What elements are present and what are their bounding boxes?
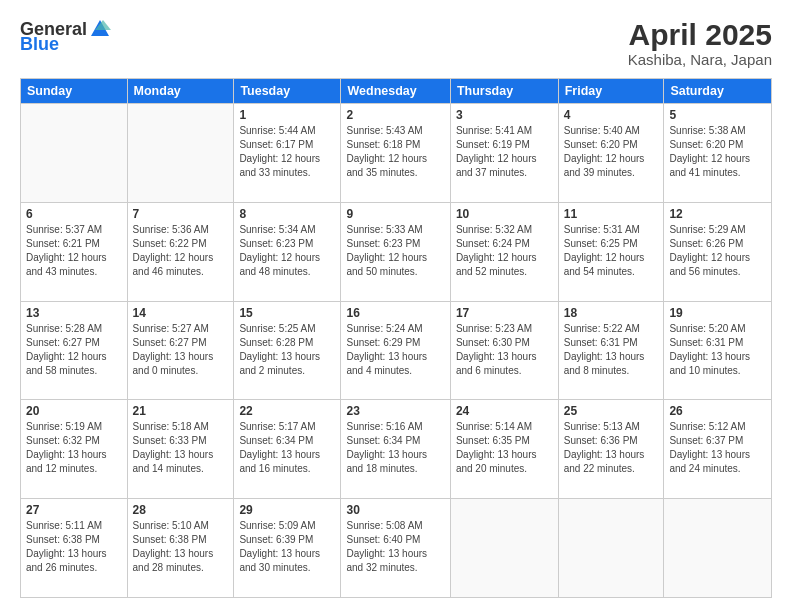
day-info: Sunrise: 5:37 AM Sunset: 6:21 PM Dayligh…	[26, 223, 122, 279]
calendar-cell: 17Sunrise: 5:23 AM Sunset: 6:30 PM Dayli…	[450, 301, 558, 400]
day-info: Sunrise: 5:13 AM Sunset: 6:36 PM Dayligh…	[564, 420, 659, 476]
day-info: Sunrise: 5:18 AM Sunset: 6:33 PM Dayligh…	[133, 420, 229, 476]
calendar-cell: 12Sunrise: 5:29 AM Sunset: 6:26 PM Dayli…	[664, 202, 772, 301]
calendar: Sunday Monday Tuesday Wednesday Thursday…	[20, 78, 772, 598]
day-info: Sunrise: 5:16 AM Sunset: 6:34 PM Dayligh…	[346, 420, 444, 476]
day-number: 20	[26, 404, 122, 418]
day-info: Sunrise: 5:28 AM Sunset: 6:27 PM Dayligh…	[26, 322, 122, 378]
calendar-cell: 3Sunrise: 5:41 AM Sunset: 6:19 PM Daylig…	[450, 104, 558, 203]
calendar-cell: 25Sunrise: 5:13 AM Sunset: 6:36 PM Dayli…	[558, 400, 664, 499]
calendar-cell: 6Sunrise: 5:37 AM Sunset: 6:21 PM Daylig…	[21, 202, 128, 301]
day-number: 17	[456, 306, 553, 320]
calendar-cell: 5Sunrise: 5:38 AM Sunset: 6:20 PM Daylig…	[664, 104, 772, 203]
calendar-cell: 21Sunrise: 5:18 AM Sunset: 6:33 PM Dayli…	[127, 400, 234, 499]
calendar-week-1: 1Sunrise: 5:44 AM Sunset: 6:17 PM Daylig…	[21, 104, 772, 203]
calendar-cell	[127, 104, 234, 203]
calendar-cell: 7Sunrise: 5:36 AM Sunset: 6:22 PM Daylig…	[127, 202, 234, 301]
calendar-cell: 8Sunrise: 5:34 AM Sunset: 6:23 PM Daylig…	[234, 202, 341, 301]
day-info: Sunrise: 5:27 AM Sunset: 6:27 PM Dayligh…	[133, 322, 229, 378]
weekday-header-row: Sunday Monday Tuesday Wednesday Thursday…	[21, 79, 772, 104]
calendar-week-5: 27Sunrise: 5:11 AM Sunset: 6:38 PM Dayli…	[21, 499, 772, 598]
header-friday: Friday	[558, 79, 664, 104]
day-info: Sunrise: 5:33 AM Sunset: 6:23 PM Dayligh…	[346, 223, 444, 279]
day-number: 14	[133, 306, 229, 320]
calendar-cell: 28Sunrise: 5:10 AM Sunset: 6:38 PM Dayli…	[127, 499, 234, 598]
calendar-cell	[558, 499, 664, 598]
day-number: 19	[669, 306, 766, 320]
day-number: 11	[564, 207, 659, 221]
day-info: Sunrise: 5:23 AM Sunset: 6:30 PM Dayligh…	[456, 322, 553, 378]
day-number: 2	[346, 108, 444, 122]
day-info: Sunrise: 5:12 AM Sunset: 6:37 PM Dayligh…	[669, 420, 766, 476]
day-number: 16	[346, 306, 444, 320]
calendar-cell: 13Sunrise: 5:28 AM Sunset: 6:27 PM Dayli…	[21, 301, 128, 400]
day-number: 30	[346, 503, 444, 517]
day-info: Sunrise: 5:20 AM Sunset: 6:31 PM Dayligh…	[669, 322, 766, 378]
day-info: Sunrise: 5:44 AM Sunset: 6:17 PM Dayligh…	[239, 124, 335, 180]
day-number: 18	[564, 306, 659, 320]
main-title: April 2025	[628, 18, 772, 51]
day-info: Sunrise: 5:22 AM Sunset: 6:31 PM Dayligh…	[564, 322, 659, 378]
day-number: 15	[239, 306, 335, 320]
day-number: 29	[239, 503, 335, 517]
page: General Blue April 2025 Kashiba, Nara, J…	[0, 0, 792, 612]
header-wednesday: Wednesday	[341, 79, 450, 104]
calendar-cell: 1Sunrise: 5:44 AM Sunset: 6:17 PM Daylig…	[234, 104, 341, 203]
day-number: 24	[456, 404, 553, 418]
logo-blue: Blue	[20, 34, 59, 55]
day-number: 22	[239, 404, 335, 418]
day-number: 12	[669, 207, 766, 221]
calendar-week-2: 6Sunrise: 5:37 AM Sunset: 6:21 PM Daylig…	[21, 202, 772, 301]
calendar-cell: 4Sunrise: 5:40 AM Sunset: 6:20 PM Daylig…	[558, 104, 664, 203]
calendar-cell: 19Sunrise: 5:20 AM Sunset: 6:31 PM Dayli…	[664, 301, 772, 400]
day-info: Sunrise: 5:24 AM Sunset: 6:29 PM Dayligh…	[346, 322, 444, 378]
day-number: 27	[26, 503, 122, 517]
day-number: 7	[133, 207, 229, 221]
day-number: 9	[346, 207, 444, 221]
title-block: April 2025 Kashiba, Nara, Japan	[628, 18, 772, 68]
calendar-cell: 11Sunrise: 5:31 AM Sunset: 6:25 PM Dayli…	[558, 202, 664, 301]
calendar-week-3: 13Sunrise: 5:28 AM Sunset: 6:27 PM Dayli…	[21, 301, 772, 400]
day-info: Sunrise: 5:10 AM Sunset: 6:38 PM Dayligh…	[133, 519, 229, 575]
day-number: 8	[239, 207, 335, 221]
day-number: 4	[564, 108, 659, 122]
calendar-cell: 29Sunrise: 5:09 AM Sunset: 6:39 PM Dayli…	[234, 499, 341, 598]
day-info: Sunrise: 5:43 AM Sunset: 6:18 PM Dayligh…	[346, 124, 444, 180]
header-monday: Monday	[127, 79, 234, 104]
day-info: Sunrise: 5:11 AM Sunset: 6:38 PM Dayligh…	[26, 519, 122, 575]
calendar-cell: 18Sunrise: 5:22 AM Sunset: 6:31 PM Dayli…	[558, 301, 664, 400]
day-info: Sunrise: 5:38 AM Sunset: 6:20 PM Dayligh…	[669, 124, 766, 180]
calendar-cell	[450, 499, 558, 598]
header-tuesday: Tuesday	[234, 79, 341, 104]
day-number: 5	[669, 108, 766, 122]
day-info: Sunrise: 5:17 AM Sunset: 6:34 PM Dayligh…	[239, 420, 335, 476]
day-info: Sunrise: 5:09 AM Sunset: 6:39 PM Dayligh…	[239, 519, 335, 575]
sub-title: Kashiba, Nara, Japan	[628, 51, 772, 68]
calendar-cell: 2Sunrise: 5:43 AM Sunset: 6:18 PM Daylig…	[341, 104, 450, 203]
header-sunday: Sunday	[21, 79, 128, 104]
day-number: 13	[26, 306, 122, 320]
day-number: 21	[133, 404, 229, 418]
calendar-cell: 26Sunrise: 5:12 AM Sunset: 6:37 PM Dayli…	[664, 400, 772, 499]
day-info: Sunrise: 5:19 AM Sunset: 6:32 PM Dayligh…	[26, 420, 122, 476]
calendar-cell: 20Sunrise: 5:19 AM Sunset: 6:32 PM Dayli…	[21, 400, 128, 499]
calendar-week-4: 20Sunrise: 5:19 AM Sunset: 6:32 PM Dayli…	[21, 400, 772, 499]
calendar-cell: 16Sunrise: 5:24 AM Sunset: 6:29 PM Dayli…	[341, 301, 450, 400]
day-number: 26	[669, 404, 766, 418]
day-info: Sunrise: 5:34 AM Sunset: 6:23 PM Dayligh…	[239, 223, 335, 279]
calendar-cell: 27Sunrise: 5:11 AM Sunset: 6:38 PM Dayli…	[21, 499, 128, 598]
header-saturday: Saturday	[664, 79, 772, 104]
day-info: Sunrise: 5:32 AM Sunset: 6:24 PM Dayligh…	[456, 223, 553, 279]
day-number: 23	[346, 404, 444, 418]
day-info: Sunrise: 5:36 AM Sunset: 6:22 PM Dayligh…	[133, 223, 229, 279]
day-number: 10	[456, 207, 553, 221]
calendar-cell: 14Sunrise: 5:27 AM Sunset: 6:27 PM Dayli…	[127, 301, 234, 400]
day-info: Sunrise: 5:25 AM Sunset: 6:28 PM Dayligh…	[239, 322, 335, 378]
day-info: Sunrise: 5:29 AM Sunset: 6:26 PM Dayligh…	[669, 223, 766, 279]
day-number: 1	[239, 108, 335, 122]
logo: General Blue	[20, 18, 111, 55]
day-number: 25	[564, 404, 659, 418]
day-info: Sunrise: 5:40 AM Sunset: 6:20 PM Dayligh…	[564, 124, 659, 180]
day-info: Sunrise: 5:31 AM Sunset: 6:25 PM Dayligh…	[564, 223, 659, 279]
calendar-cell: 22Sunrise: 5:17 AM Sunset: 6:34 PM Dayli…	[234, 400, 341, 499]
